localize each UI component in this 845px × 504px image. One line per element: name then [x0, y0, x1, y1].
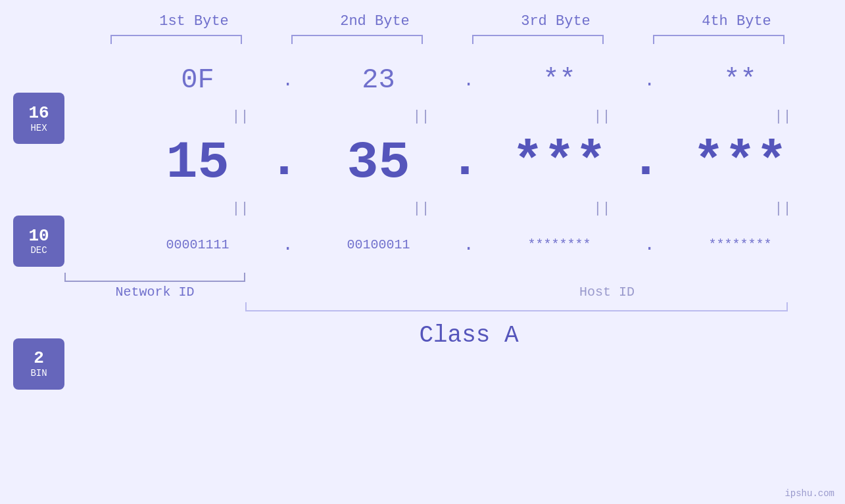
eq-sign-5: ||	[231, 200, 249, 217]
eq-cell-1: ||	[150, 103, 331, 129]
bin-row: 00001111 . 00100011 . ******** . *******…	[64, 221, 845, 267]
dec-val-4: ***	[692, 133, 787, 193]
eq-sign-1: ||	[231, 108, 249, 125]
data-area: 16 HEX 10 DEC 2 BIN 0F . 23	[0, 51, 845, 504]
host-bracket-row	[64, 302, 845, 311]
class-row: Class A	[64, 322, 845, 349]
hex-val-3: **	[543, 64, 575, 96]
hex-cell-1: 0F .	[107, 64, 288, 96]
hex-badge: 16 HEX	[13, 93, 64, 144]
bottom-brackets-row	[64, 273, 845, 282]
eq-sign-3: ||	[593, 108, 610, 125]
dec-val-1: 15	[166, 133, 229, 193]
main-container: 1st Byte 2nd Byte 3rd Byte 4th Byte 16 H…	[0, 0, 845, 504]
host-id-bracket	[245, 302, 788, 311]
bin-badge-label: BIN	[30, 368, 47, 378]
dec-cell-3: *** .	[469, 133, 650, 193]
dec-cell-1: 15 .	[107, 133, 288, 193]
eq-row-2: || || || ||	[64, 195, 845, 221]
eq-sign-8: ||	[774, 200, 791, 217]
dec-badge-num: 10	[28, 227, 49, 246]
gap	[245, 285, 426, 300]
byte-header-4: 4th Byte	[646, 13, 827, 30]
bin-val-2: 00100011	[347, 237, 410, 252]
dec-badge: 10 DEC	[13, 216, 64, 267]
badges-column: 16 HEX 10 DEC 2 BIN	[0, 51, 64, 504]
eq-row-1: || || || ||	[64, 103, 845, 129]
bracket-gap	[245, 273, 607, 282]
hex-cell-4: **	[650, 64, 831, 96]
dec-val-2: 35	[347, 133, 410, 193]
eq-cell-8: ||	[692, 195, 845, 221]
byte-header-3: 3rd Byte	[466, 13, 646, 30]
bracket-cell-3	[447, 35, 628, 44]
bin-cell-2: 00100011 .	[288, 237, 469, 252]
hex-cell-3: ** .	[469, 64, 650, 96]
eq-sign-7: ||	[593, 200, 610, 217]
eq-cell-3: ||	[512, 103, 692, 129]
hex-val-1: 0F	[181, 64, 214, 96]
bin-badge-num: 2	[34, 349, 44, 368]
dec-cell-2: 35 .	[288, 133, 469, 193]
eq-sign-2: ||	[412, 108, 429, 125]
data-columns: 0F . 23 . ** . ** ||	[64, 51, 845, 504]
hex-val-4: **	[723, 64, 756, 96]
byte-header-1: 1st Byte	[104, 13, 285, 30]
hex-badge-label: HEX	[30, 123, 47, 133]
eq-sign-6: ||	[412, 200, 429, 217]
dec-val-3: ***	[512, 133, 606, 193]
host-id-label: Host ID	[426, 285, 788, 300]
eq-cell-5: ||	[150, 195, 331, 221]
bin-cell-3: ******** .	[469, 237, 650, 252]
spacer	[64, 302, 245, 311]
hex-row: 0F . 23 . ** . **	[64, 57, 845, 103]
network-id-bracket	[64, 273, 245, 282]
bracket-cell-1	[85, 35, 266, 44]
top-bracket-2	[291, 35, 423, 44]
id-labels-row: Network ID Host ID	[64, 285, 845, 300]
bin-val-3: ********	[527, 237, 591, 252]
top-bracket-3	[472, 35, 604, 44]
top-bracket-1	[110, 35, 242, 44]
bin-val-1: 00001111	[166, 237, 229, 252]
top-brackets	[0, 35, 845, 44]
eq-sign-4: ||	[774, 108, 791, 125]
dec-row: 15 . 35 . *** . ***	[64, 129, 845, 195]
bracket-cell-2	[266, 35, 447, 44]
top-bracket-4	[653, 35, 785, 44]
byte-headers-row: 1st Byte 2nd Byte 3rd Byte 4th Byte	[0, 13, 845, 30]
bin-cell-1: 00001111 .	[107, 237, 288, 252]
dec-badge-label: DEC	[30, 245, 47, 256]
bin-badge: 2 BIN	[13, 338, 64, 390]
hex-val-2: 23	[362, 64, 395, 96]
class-label: Class A	[419, 322, 518, 349]
eq-cell-7: ||	[512, 195, 692, 221]
bin-val-4: ********	[708, 237, 771, 252]
bracket-cell-4	[628, 35, 809, 44]
dec-cell-4: ***	[650, 133, 831, 193]
eq-cell-6: ||	[331, 195, 512, 221]
network-id-label: Network ID	[64, 285, 245, 300]
eq-cell-4: ||	[692, 103, 845, 129]
hex-cell-2: 23 .	[288, 64, 469, 96]
watermark: ipshu.com	[785, 488, 834, 499]
eq-cell-2: ||	[331, 103, 512, 129]
byte-header-2: 2nd Byte	[285, 13, 466, 30]
bin-cell-4: ********	[650, 237, 831, 252]
hex-badge-num: 16	[28, 104, 49, 123]
